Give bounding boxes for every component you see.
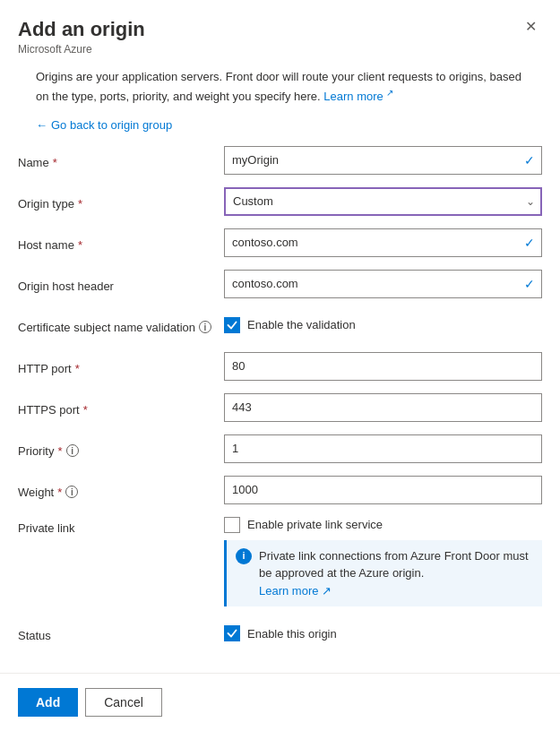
origin-host-header-control: contoso.com ✓: [224, 270, 542, 298]
name-control: myOrigin ✓: [224, 146, 542, 175]
https-port-required: *: [83, 403, 88, 417]
back-arrow-icon: ←: [36, 118, 47, 132]
name-select[interactable]: myOrigin: [224, 146, 542, 175]
host-name-select[interactable]: contoso.com: [224, 228, 542, 257]
private-link-label: Private link: [18, 517, 224, 535]
weight-row: Weight * i: [18, 476, 542, 504]
private-link-info-text: Private link connections from Azure Fron…: [259, 547, 533, 600]
priority-row: Priority * i: [18, 434, 542, 463]
origin-type-label: Origin type *: [18, 193, 224, 211]
panel-header: Add an origin Microsoft Azure ✕ Origins …: [0, 0, 560, 132]
weight-required: *: [57, 486, 62, 499]
http-port-label: HTTP port *: [18, 357, 224, 375]
cert-validation-checkbox-label: Enable the validation: [247, 318, 356, 331]
http-port-row: HTTP port *: [18, 352, 542, 381]
private-link-control: Enable private link service i Private li…: [224, 517, 542, 607]
external-link-icon-private-link: ↗: [322, 584, 332, 598]
add-origin-panel: Add an origin Microsoft Azure ✕ Origins …: [0, 0, 560, 731]
cancel-button[interactable]: Cancel: [85, 688, 162, 717]
cert-validation-label: Certificate subject name validation i: [18, 316, 224, 334]
origin-type-select[interactable]: Custom: [224, 187, 542, 216]
status-checkbox-row: Enable this origin: [224, 625, 542, 641]
cert-validation-info-icon[interactable]: i: [199, 321, 211, 333]
back-to-origin-group-link[interactable]: ← Go back to origin group: [36, 118, 172, 132]
origin-type-select-wrapper: Custom ⌄: [224, 187, 542, 216]
http-port-required: *: [75, 362, 80, 375]
status-checkbox[interactable]: [224, 625, 240, 641]
http-port-control: [224, 352, 542, 381]
panel-footer: Add Cancel: [0, 673, 560, 731]
http-port-input[interactable]: [224, 352, 542, 381]
priority-input[interactable]: [224, 434, 542, 463]
status-label: Status: [18, 624, 224, 642]
origin-type-control: Custom ⌄: [224, 187, 542, 216]
close-button[interactable]: ✕: [520, 18, 542, 36]
external-link-icon-top: ↗: [386, 88, 393, 98]
host-name-label: Host name *: [18, 234, 224, 252]
cert-validation-row: Certificate subject name validation i En…: [18, 311, 542, 340]
status-row: Status Enable this origin: [18, 619, 542, 648]
host-name-row: Host name * contoso.com ✓: [18, 228, 542, 257]
weight-input[interactable]: [224, 476, 542, 504]
private-link-checkbox[interactable]: [224, 517, 240, 533]
priority-info-icon[interactable]: i: [66, 444, 79, 457]
panel-subtitle: Microsoft Azure: [18, 43, 145, 56]
private-link-info-circle-icon: i: [236, 548, 252, 564]
origin-type-row: Origin type * Custom ⌄: [18, 187, 542, 216]
origin-host-header-select-wrapper: contoso.com ✓: [224, 270, 542, 298]
priority-control: [224, 434, 542, 463]
priority-required: *: [57, 444, 62, 458]
private-link-info-box: i Private link connections from Azure Fr…: [224, 540, 542, 607]
https-port-input[interactable]: [224, 393, 542, 422]
name-row: Name * myOrigin ✓: [18, 146, 542, 175]
host-name-select-wrapper: contoso.com ✓: [224, 228, 542, 257]
host-name-required: *: [78, 238, 82, 252]
learn-more-link-top[interactable]: Learn more ↗: [323, 90, 393, 103]
panel-description: Origins are your application servers. Fr…: [36, 68, 524, 105]
private-link-row: Private link Enable private link service…: [18, 517, 542, 607]
private-link-checkbox-row: Enable private link service: [224, 517, 542, 533]
https-port-control: [224, 393, 542, 422]
back-link-row: ← Go back to origin group: [36, 118, 524, 132]
private-link-checkbox-label: Enable private link service: [247, 518, 383, 531]
panel-title: Add an origin: [18, 18, 145, 41]
origin-host-header-row: Origin host header contoso.com ✓: [18, 270, 542, 298]
status-control: Enable this origin: [224, 625, 542, 641]
status-checkbox-label: Enable this origin: [247, 627, 337, 641]
origin-host-header-select[interactable]: contoso.com: [224, 270, 542, 298]
cert-validation-checkbox[interactable]: [224, 317, 240, 333]
form-body: Name * myOrigin ✓ Origin type *: [0, 132, 560, 673]
host-name-control: contoso.com ✓: [224, 228, 542, 257]
cert-validation-control: Enable the validation: [224, 317, 542, 333]
weight-label: Weight * i: [18, 481, 224, 499]
name-required: *: [53, 156, 57, 169]
name-label: Name *: [18, 151, 224, 169]
cert-validation-checkbox-row: Enable the validation: [224, 317, 542, 333]
name-select-wrapper: myOrigin ✓: [224, 146, 542, 175]
learn-more-link-private-link[interactable]: Learn more ↗: [259, 584, 332, 598]
https-port-row: HTTPS port *: [18, 393, 542, 422]
weight-control: [224, 476, 542, 504]
weight-info-icon[interactable]: i: [65, 486, 78, 498]
origin-type-required: *: [78, 197, 82, 211]
origin-host-header-label: Origin host header: [18, 275, 224, 293]
add-button[interactable]: Add: [18, 688, 78, 717]
priority-label: Priority * i: [18, 440, 224, 458]
https-port-label: HTTPS port *: [18, 399, 224, 417]
description-text: Origins are your application servers. Fr…: [36, 70, 521, 103]
